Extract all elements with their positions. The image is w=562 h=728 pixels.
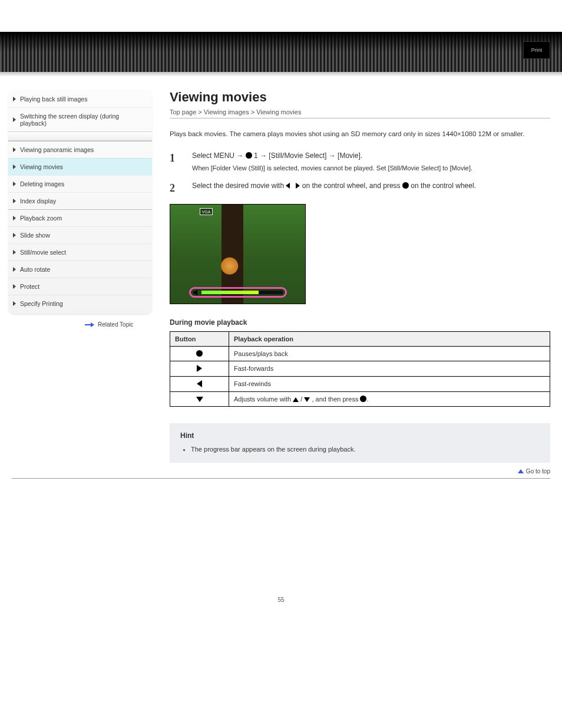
sidebar-item-label: Viewing panoramic images bbox=[20, 146, 94, 153]
table-row: Pauses/plays back bbox=[170, 347, 550, 361]
op-text: Adjusts volume with bbox=[234, 396, 293, 403]
hint-list: The progress bar appears on the screen d… bbox=[180, 444, 540, 454]
sidebar-item-specify-printing[interactable]: Specify Printing bbox=[8, 295, 152, 312]
page-title: Viewing movies bbox=[170, 90, 550, 105]
playback-preview-image: VGA bbox=[170, 204, 306, 304]
left-arrow-icon bbox=[197, 380, 202, 387]
right-arrow-icon bbox=[296, 183, 300, 189]
sidebar-item-label: Slide show bbox=[20, 232, 50, 239]
sidebar-item-label: Playing back still images bbox=[20, 95, 87, 103]
header-bar: Print bbox=[0, 32, 562, 72]
step-text: Select MENU → bbox=[192, 151, 246, 160]
center-button-icon bbox=[360, 396, 366, 402]
sidebar-item-label: Index display bbox=[20, 197, 56, 205]
chevron-right-icon bbox=[13, 117, 16, 122]
page-number: 55 bbox=[0, 597, 562, 627]
step-number: 1 bbox=[170, 150, 183, 174]
step-1: 1 Select MENU → 1 → [Still/Movie Select]… bbox=[170, 150, 550, 174]
playback-screenshot: VGA bbox=[170, 204, 550, 304]
left-arrow-icon bbox=[286, 183, 290, 189]
table-row: Fast-forwards bbox=[170, 361, 550, 377]
operation-cell: Fast-forwards bbox=[229, 361, 550, 377]
intro-text: Plays back movies. The camera plays movi… bbox=[170, 129, 550, 140]
step-subtext: When [Folder View (Still)] is selected, … bbox=[192, 163, 550, 173]
table-header-button: Button bbox=[170, 332, 229, 347]
center-button-icon bbox=[402, 182, 409, 189]
sidebar-card: Playing back still images Switching the … bbox=[8, 90, 152, 314]
sidebar-item-slideshow[interactable]: Slide show bbox=[8, 226, 152, 243]
chevron-right-icon bbox=[13, 301, 16, 306]
sidebar-item-index[interactable]: Index display bbox=[8, 192, 152, 209]
sidebar-item-label: Viewing movies bbox=[20, 163, 63, 170]
content-area: Playing back still images Switching the … bbox=[0, 72, 562, 463]
sidebar-item-switch-display[interactable]: Switching the screen display (during pla… bbox=[8, 107, 152, 131]
related-topic-link[interactable]: Related Topic bbox=[8, 321, 152, 328]
op-text: , and then press bbox=[312, 396, 361, 403]
step-text: 1 → [Still/Movie Select] → [Movie]. bbox=[254, 151, 362, 160]
hint-title: Hint bbox=[180, 431, 540, 440]
go-to-top-link[interactable]: Go to top bbox=[518, 468, 550, 475]
chevron-right-icon bbox=[13, 182, 16, 186]
sidebar-item-deleting[interactable]: Deleting images bbox=[8, 175, 152, 192]
sidebar-item-label: Auto rotate bbox=[20, 266, 50, 273]
vga-badge: VGA bbox=[200, 208, 213, 215]
chevron-right-icon bbox=[13, 97, 16, 101]
sidebar-separator bbox=[8, 131, 152, 141]
step-text: on the control wheel, and press bbox=[302, 182, 402, 190]
right-arrow-icon bbox=[197, 365, 202, 372]
sidebar-item-panoramic[interactable]: Viewing panoramic images bbox=[8, 141, 152, 158]
chevron-right-icon bbox=[13, 284, 16, 289]
sidebar-item-label: Deleting images bbox=[20, 180, 64, 187]
controls-table: Button Playback operation Pauses/plays b… bbox=[170, 331, 550, 407]
down-arrow-icon bbox=[304, 397, 310, 402]
sidebar-item-still-movie-select[interactable]: Still/movie select bbox=[8, 243, 152, 261]
volume-bar-callout bbox=[189, 287, 287, 298]
chevron-right-icon bbox=[13, 250, 16, 255]
table-header-operation: Playback operation bbox=[229, 332, 550, 347]
footer-rule: Go to top bbox=[12, 478, 550, 479]
sidebar-item-playback-stills[interactable]: Playing back still images bbox=[8, 91, 152, 107]
related-topic-label: Related Topic bbox=[98, 321, 133, 328]
print-button[interactable]: Print bbox=[523, 41, 550, 59]
sidebar-item-label: Protect bbox=[20, 283, 39, 290]
sidebar: Playing back still images Switching the … bbox=[8, 90, 152, 463]
button-cell bbox=[170, 377, 229, 392]
speaker-icon bbox=[193, 289, 199, 295]
go-to-top-label: Go to top bbox=[526, 468, 550, 475]
chevron-right-icon bbox=[13, 216, 16, 220]
chevron-right-icon bbox=[13, 267, 16, 272]
operation-cell: Fast-rewinds bbox=[229, 377, 550, 392]
step-2: 2 Select the desired movie with on the c… bbox=[170, 180, 550, 197]
sidebar-item-protect[interactable]: Protect bbox=[8, 278, 152, 295]
step-number: 2 bbox=[170, 180, 183, 197]
volume-track bbox=[201, 291, 283, 294]
operation-cell: Pauses/plays back bbox=[229, 347, 550, 361]
table-heading: During movie playback bbox=[170, 318, 550, 327]
chevron-right-icon bbox=[13, 147, 16, 152]
button-cell bbox=[170, 361, 229, 377]
step-text: Select the desired movie with bbox=[192, 182, 286, 190]
sidebar-item-zoom[interactable]: Playback zoom bbox=[8, 209, 152, 226]
chevron-right-icon bbox=[13, 199, 16, 203]
step-body: Select the desired movie with on the con… bbox=[192, 180, 550, 197]
sidebar-item-auto-rotate[interactable]: Auto rotate bbox=[8, 261, 152, 278]
hint-box: Hint The progress bar appears on the scr… bbox=[170, 423, 550, 463]
sidebar-item-label: Playback zoom bbox=[20, 215, 62, 222]
breadcrumb: Top page > Viewing images > Viewing movi… bbox=[170, 108, 550, 118]
sidebar-item-label: Switching the screen display (during pla… bbox=[20, 113, 119, 127]
hint-item: The progress bar appears on the screen d… bbox=[191, 444, 540, 454]
table-header-row: Button Playback operation bbox=[170, 332, 550, 347]
sidebar-item-label: Specify Printing bbox=[20, 300, 63, 307]
center-button-icon bbox=[196, 350, 203, 357]
table-row: Fast-rewinds bbox=[170, 377, 550, 392]
step-body: Select MENU → 1 → [Still/Movie Select] →… bbox=[192, 150, 550, 174]
chevron-right-icon bbox=[13, 164, 16, 169]
main-content: Viewing movies Top page > Viewing images… bbox=[170, 90, 550, 463]
up-arrow-icon bbox=[293, 397, 299, 402]
arrow-right-icon bbox=[85, 324, 94, 325]
center-button-icon bbox=[246, 152, 252, 159]
operation-cell: Adjusts volume with / , and then press . bbox=[229, 392, 550, 407]
volume-fill bbox=[201, 291, 259, 294]
table-row: Adjusts volume with / , and then press . bbox=[170, 392, 550, 407]
sidebar-item-viewing-movies[interactable]: Viewing movies bbox=[8, 158, 152, 175]
